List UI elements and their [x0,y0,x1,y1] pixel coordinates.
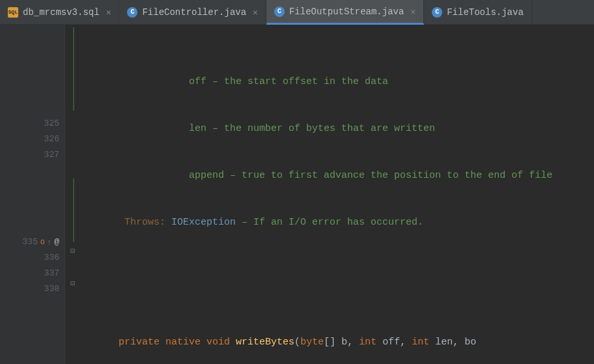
close-icon[interactable]: ✕ [410,7,416,17]
tab-fileoutputstream[interactable]: C FileOutputStream.java ✕ [266,0,424,25]
fold-collapse-icon[interactable]: ⊟ [70,246,75,256]
line-number: 337 [44,266,59,281]
line-number: 327 [44,147,59,163]
line-number-gutter: 325 326 327 335 O↑ @ 336 337 338 [0,25,65,364]
line-number: 335 [23,234,38,250]
java-class-icon: C [432,7,442,18]
tab-filecontroller[interactable]: C FileController.java ✕ [119,0,266,24]
tab-bar: SQL db_mrcmsv3.sql ✕ C FileController.ja… [0,0,594,25]
doc-indicator-bar [73,178,74,242]
java-class-icon: C [274,7,285,17]
override-marker-icon[interactable]: O [40,234,45,250]
line-number: 326 [44,132,59,147]
doc-margin: ⊟ ⊟ [65,25,86,364]
doc-line: append – true to first advance the posit… [86,168,594,184]
code-line: private native void writeBytes(byte[] b,… [86,335,594,350]
tab-filetools[interactable]: C FileTools.java [424,0,532,24]
close-icon[interactable]: ✕ [253,7,258,18]
doc-line: Throws: IOException – If an I/O error ha… [86,215,594,231]
tab-label: db_mrcmsv3.sql [23,7,100,18]
doc-line: off – the start offset in the data [86,74,594,90]
line-number: 336 [44,250,59,266]
blank-line [86,262,594,272]
line-number: 325 [44,116,59,132]
java-class-icon: C [127,7,137,18]
line-number: 338 [44,281,59,297]
at-marker-icon: @ [54,234,59,250]
doc-line: len – the number of bytes that are writt… [86,121,594,137]
tab-label: FileTools.java [447,7,524,18]
tab-sql-file[interactable]: SQL db_mrcmsv3.sql ✕ [0,0,119,24]
implements-arrow-icon[interactable]: ↑ [48,234,52,250]
fold-end-icon[interactable]: ⊟ [70,279,75,288]
doc-indicator-bar [73,27,74,111]
code-area[interactable]: off – the start offset in the data len –… [86,25,594,364]
tab-label: FileController.java [142,7,246,18]
close-icon[interactable]: ✕ [106,7,111,18]
tab-label: FileOutputStream.java [289,7,404,17]
code-editor[interactable]: 325 326 327 335 O↑ @ 336 337 338 ⊟ ⊟ off… [0,25,594,364]
sql-file-icon: SQL [8,7,18,18]
